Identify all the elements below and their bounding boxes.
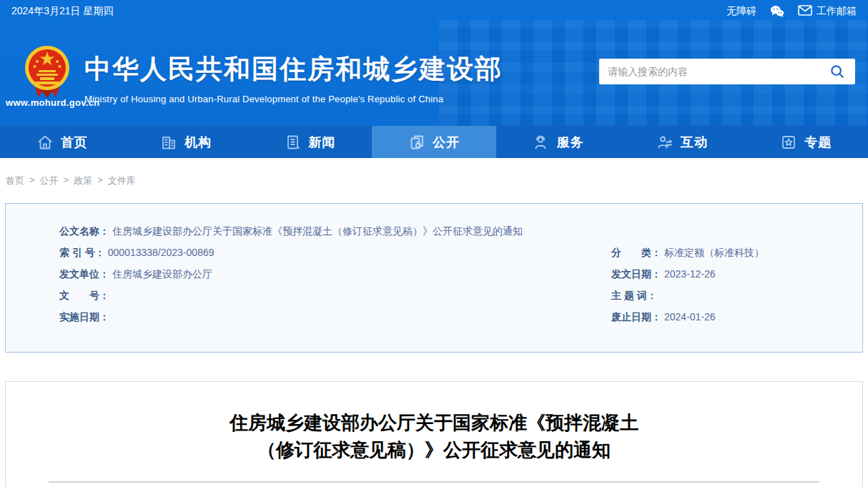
topics-icon: [780, 134, 797, 151]
news-icon: [285, 134, 302, 151]
article-divider: [49, 481, 819, 483]
accessibility-link[interactable]: 无障碍: [726, 5, 756, 18]
breadcrumb-separator: >: [29, 174, 35, 187]
current-date: 2024年3月21日 星期四: [11, 5, 113, 18]
site-title-chinese: 中华人民共和国住房和城乡建设部: [84, 51, 503, 87]
page: 2024年3月21日 星期四 无障碍: [0, 0, 868, 487]
search-input[interactable]: [608, 66, 828, 77]
meta-row-2: 索 引 号： 000013338/2023-00869 分 类： 标准定额（标准…: [59, 242, 848, 264]
document-metadata-panel: 公文名称： 住房城乡建设部办公厅关于国家标准《预拌混凝土（修订征求意见稿）》公开…: [5, 203, 863, 353]
home-icon: [36, 134, 54, 151]
article-title-line1: 住房城乡建设部办公厅关于国家标准《预拌混凝土: [6, 409, 862, 436]
nav-label: 新闻: [309, 134, 336, 151]
issue-date-value: 2023-12-26: [664, 268, 716, 280]
nav-item-news[interactable]: 新闻: [248, 126, 372, 158]
breadcrumb-separator: >: [97, 174, 103, 187]
mail-icon: [798, 5, 812, 18]
site-title-english: Ministry of Housing and Urban-Rural Deve…: [84, 94, 503, 104]
nav-label: 互动: [681, 134, 708, 151]
doc-name-label: 公文名称：: [59, 225, 109, 238]
nav-item-home[interactable]: 首页: [0, 126, 124, 158]
nav-item-service[interactable]: 服务: [496, 126, 620, 158]
nav-label: 首页: [61, 134, 88, 151]
issuing-unit-label: 发文单位：: [59, 268, 109, 281]
meta-row-3: 发文单位： 住房城乡建设部办公厅 发文日期： 2023-12-26: [59, 264, 848, 285]
article-panel: 住房城乡建设部办公厅关于国家标准《预拌混凝土 （修订征求意见稿）》公开征求意见的…: [5, 381, 863, 487]
nav-item-organization[interactable]: 机构: [124, 126, 247, 158]
index-no-label: 索 引 号：: [59, 247, 105, 260]
doc-name-value: 住房城乡建设部办公厅关于国家标准《预拌混凝土（修订征求意见稿）》公开征求意见的通…: [112, 225, 523, 238]
header-main: www.mohurd.gov.cn 中华人民共和国住房和城乡建设部 Minist…: [0, 23, 868, 126]
impl-date-label: 实施日期：: [59, 311, 109, 324]
issue-date-label: 发文日期：: [611, 268, 661, 281]
category-label: 分 类：: [611, 247, 661, 260]
nav-label: 专题: [804, 134, 832, 151]
meta-row-4: 文 号： 主 题 词：: [59, 285, 848, 307]
subject-words-label: 主 题 词：: [611, 290, 657, 302]
breadcrumb-disclosure[interactable]: 公开: [40, 174, 59, 187]
national-emblem-logo: [24, 44, 70, 102]
article-title: 住房城乡建设部办公厅关于国家标准《预拌混凝土 （修订征求意见稿）》公开征求意见的…: [6, 409, 862, 463]
topbar-links: 无障碍: [726, 4, 857, 19]
index-no-value: 000013338/2023-00869: [108, 247, 214, 258]
topbar: 2024年3月21日 星期四 无障碍: [0, 0, 868, 23]
organization-icon: [160, 134, 177, 151]
breadcrumb-policy[interactable]: 政策: [74, 174, 92, 187]
site-header: 2024年3月21日 星期四 无障碍: [0, 0, 868, 126]
article-title-line2: （修订征求意见稿）》公开征求意见的通知: [6, 436, 862, 463]
service-icon: [532, 134, 549, 151]
site-titles: 中华人民共和国住房和城乡建设部 Ministry of Housing and …: [84, 51, 503, 104]
breadcrumb-home[interactable]: 首页: [6, 174, 24, 187]
breadcrumb: 首页 > 公开 > 政策 > 文件库: [6, 174, 868, 187]
issuing-unit-value: 住房城乡建设部办公厅: [112, 268, 212, 281]
doc-no-label: 文 号：: [59, 290, 109, 302]
nav-label: 机构: [184, 134, 212, 151]
nav-label: 服务: [556, 134, 583, 151]
nav-item-topics[interactable]: 专题: [744, 126, 868, 158]
meta-row-5: 实施日期： 废止日期： 2024-01-26: [59, 307, 848, 328]
interaction-icon: [656, 134, 674, 151]
nav-item-disclosure[interactable]: 公开: [372, 126, 495, 158]
meta-row-doc-name: 公文名称： 住房城乡建设部办公厅关于国家标准《预拌混凝土（修订征求意见稿）》公开…: [59, 221, 848, 242]
nav-label: 公开: [433, 134, 460, 151]
search-box: [599, 59, 855, 84]
nav-item-interaction[interactable]: 互动: [620, 126, 744, 158]
search-icon[interactable]: [828, 62, 847, 81]
category-value: 标准定额（标准科技）: [664, 247, 764, 260]
breadcrumb-document-library[interactable]: 文件库: [108, 174, 136, 187]
wechat-icon[interactable]: [769, 4, 785, 19]
expiry-date-value: 2024-01-26: [664, 311, 716, 323]
breadcrumb-separator: >: [64, 174, 69, 187]
work-mailbox-link[interactable]: 工作邮箱: [798, 5, 857, 18]
disclosure-icon: [408, 134, 425, 151]
expiry-date-label: 废止日期：: [611, 311, 661, 324]
main-nav: 首页 机构 新闻: [0, 126, 868, 158]
